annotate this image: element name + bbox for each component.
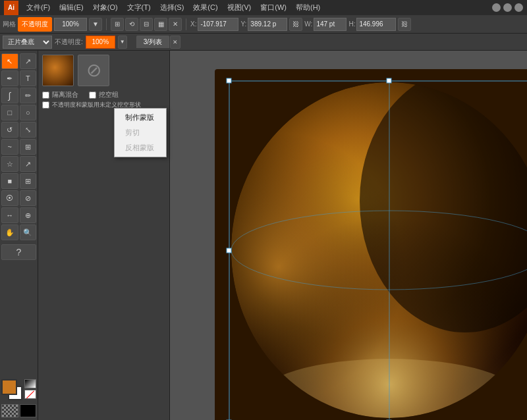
x-input[interactable]	[198, 18, 238, 31]
isolate-blending-label: 隔离混合	[52, 90, 78, 99]
gradient-tool[interactable]: ■	[1, 173, 18, 189]
menu-select[interactable]: 选择(S)	[156, 1, 188, 14]
opacity-input[interactable]	[54, 18, 87, 31]
black-swatch[interactable]	[20, 404, 37, 417]
ellipse-tool[interactable]: ○	[20, 105, 37, 120]
none-swatch[interactable]	[24, 390, 36, 399]
checker-swatch[interactable]	[1, 404, 18, 417]
toolbox: ↖ ↗ ✒ T ∫ ✏ □ ○ ↺ ⤡ ~ ⊞ ☆ ↗	[0, 51, 38, 420]
panels-left: ⊘ 隔离混合 挖空组 不透明度和蒙版用未定义挖空形状 制作蒙版	[38, 51, 170, 420]
knockout-group-checkbox[interactable]	[89, 92, 96, 99]
svg-rect-15	[227, 248, 231, 253]
transparency-panel: ⊘ 隔离混合 挖空组 不透明度和蒙版用未定义挖空形状	[38, 51, 169, 113]
distribute-icon[interactable]: ⊟	[140, 18, 153, 31]
ctx-invert-mask: 反相蒙版	[115, 140, 166, 155]
w-label: W:	[304, 20, 312, 28]
tab-close[interactable]: ✕	[170, 36, 180, 49]
blend-mode-select[interactable]: 正片叠底 正常 滤色 叠加	[3, 36, 52, 49]
mesh-tool[interactable]: ⊞	[20, 173, 37, 189]
grid-icon[interactable]: ▦	[154, 18, 167, 31]
h-input[interactable]	[356, 18, 396, 31]
dropdown-arrow[interactable]: ▼	[89, 18, 102, 31]
ai-logo: Ai	[4, 1, 18, 15]
tool-row-measure: ↔ ⊕	[1, 207, 36, 223]
panel-preview-area: ⊘	[42, 55, 165, 86]
menu-file[interactable]: 文件(F)	[22, 1, 54, 14]
blend-tool[interactable]: ⦿	[1, 190, 18, 206]
preview-swatch[interactable]	[42, 55, 74, 86]
y-label: Y:	[240, 20, 246, 28]
transform-icon[interactable]: ⟲	[125, 18, 138, 31]
fill-stroke-row	[1, 379, 36, 402]
title-menu: 文件(F) 编辑(E) 对象(O) 文字(T) 选择(S) 效果(C) 视图(V…	[22, 1, 488, 14]
window-controls	[492, 3, 523, 12]
menu-effects[interactable]: 效果(C)	[189, 1, 221, 14]
preview-mask[interactable]: ⊘	[78, 55, 109, 86]
shape-tool[interactable]: □	[1, 105, 18, 120]
warp-tool[interactable]: ~	[1, 139, 18, 155]
help-area: ?	[1, 244, 36, 260]
menu-edit[interactable]: 编辑(E)	[55, 1, 88, 14]
context-menu: 制作蒙版 剪切 反相蒙版	[114, 108, 167, 157]
tab-list[interactable]: 3/列表	[136, 36, 169, 48]
ctx-make-mask[interactable]: 制作蒙版	[115, 110, 166, 125]
text-tool[interactable]: T	[20, 70, 37, 86]
svg-rect-14	[387, 78, 391, 83]
opacity-dropdown[interactable]: ▼	[118, 36, 127, 49]
eyedropper-tool[interactable]: ⊘	[20, 190, 37, 206]
align-icon[interactable]: ⊞	[111, 18, 124, 31]
color-mode-btns	[24, 379, 36, 402]
isolate-blending-checkbox[interactable]	[42, 92, 49, 99]
tool-row-gradient: ■ ⊞	[1, 173, 36, 189]
minimize-button[interactable]	[492, 3, 501, 12]
y-input[interactable]	[248, 18, 287, 31]
canvas-area[interactable]	[170, 51, 527, 420]
w-input[interactable]	[314, 18, 347, 31]
gradient-swatch[interactable]	[24, 379, 36, 388]
menu-help[interactable]: 帮助(H)	[292, 1, 324, 14]
tool-row-shape: □ ○	[1, 105, 36, 120]
link-icon[interactable]: ⛓	[289, 18, 302, 31]
select-tool[interactable]: ↖	[1, 53, 18, 69]
fill-swatch[interactable]	[1, 379, 17, 395]
menu-object[interactable]: 对象(O)	[89, 1, 122, 14]
y-field: Y:	[240, 18, 287, 31]
measure-tool[interactable]: ↔	[1, 207, 18, 223]
tool-row-pen: ✒ T	[1, 70, 36, 86]
tool-row-symbol: ☆ ↗	[1, 156, 36, 172]
menu-view[interactable]: 视图(V)	[223, 1, 256, 14]
fill-stroke-indicator	[1, 379, 22, 402]
opacity-masks-checkbox[interactable]	[42, 101, 49, 109]
zoom-tool[interactable]: ⊕	[20, 207, 37, 223]
menu-window[interactable]: 窗口(W)	[256, 1, 291, 14]
panel-options: 隔离混合 挖空组 不透明度和蒙版用未定义挖空形状	[42, 90, 165, 109]
brush-tool[interactable]: ∫	[1, 88, 18, 103]
free-transform-tool[interactable]: ⊞	[20, 139, 37, 155]
x-label: X:	[190, 20, 196, 28]
symbol-tool[interactable]: ☆	[1, 156, 18, 172]
pen-tool[interactable]: ✒	[1, 70, 18, 86]
aspect-lock-icon[interactable]: ⛓	[398, 18, 411, 31]
tool-row-brush: ∫ ✏	[1, 88, 36, 103]
title-bar: Ai 文件(F) 编辑(E) 对象(O) 文字(T) 选择(S) 效果(C) 视…	[0, 0, 527, 15]
expand-icon[interactable]: ✕	[169, 18, 182, 31]
pencil-tool[interactable]: ✏	[20, 88, 37, 103]
knockout-group-label: 挖空组	[99, 90, 119, 99]
scale-tool[interactable]: ⤡	[20, 122, 37, 138]
maximize-button[interactable]	[503, 3, 512, 12]
close-button[interactable]	[514, 3, 523, 12]
sphere-svg	[215, 69, 527, 420]
opacity-value-input[interactable]	[86, 36, 115, 49]
sphere-container	[215, 69, 527, 420]
zoom-tool-2[interactable]: 🔍	[20, 224, 37, 240]
menu-text[interactable]: 文字(T)	[123, 1, 155, 14]
svg-rect-10	[227, 78, 231, 83]
graph-tool[interactable]: ↗	[20, 156, 37, 172]
hand-tool[interactable]: ✋	[1, 224, 18, 240]
w-field: W:	[304, 18, 347, 31]
direct-select-tool[interactable]: ↗	[20, 53, 37, 69]
rotate-tool[interactable]: ↺	[1, 122, 18, 138]
ctx-cut: 剪切	[115, 125, 166, 140]
opacity-button[interactable]: 不透明度	[18, 17, 52, 32]
help-button[interactable]: ?	[1, 244, 36, 260]
